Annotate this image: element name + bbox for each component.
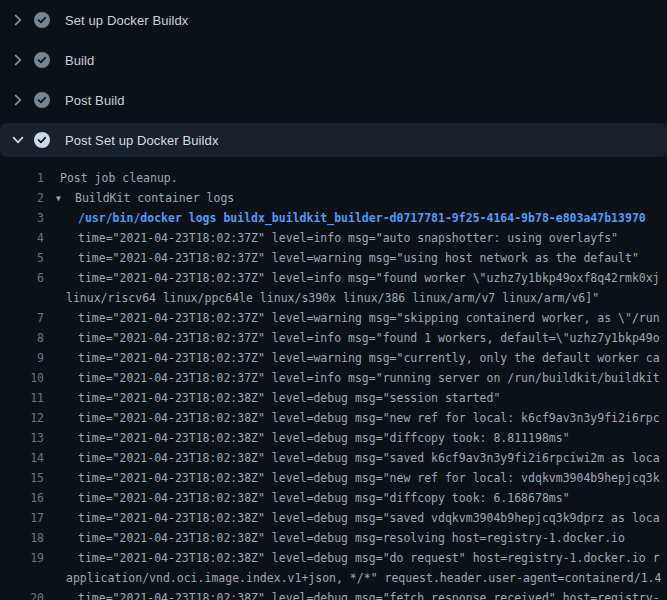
log-line: 14time="2021-04-23T18:02:38Z" level=debu… bbox=[0, 448, 667, 468]
log-line-text: time="2021-04-23T18:02:37Z" level=warnin… bbox=[78, 248, 639, 268]
log-line: 17time="2021-04-23T18:02:38Z" level=debu… bbox=[0, 508, 667, 528]
log-line: 10time="2021-04-23T18:02:37Z" level=info… bbox=[0, 368, 667, 388]
log-line: 15time="2021-04-23T18:02:38Z" level=debu… bbox=[0, 468, 667, 488]
log-line-text: time="2021-04-23T18:02:38Z" level=debug … bbox=[78, 408, 660, 428]
log-line: 16time="2021-04-23T18:02:38Z" level=debu… bbox=[0, 488, 667, 508]
log-line-number[interactable]: 20 bbox=[0, 588, 44, 600]
log-line-text: time="2021-04-23T18:02:37Z" level=warnin… bbox=[78, 348, 660, 368]
log-line-text: time="2021-04-23T18:02:38Z" level=debug … bbox=[78, 588, 660, 600]
log-line: 19time="2021-04-23T18:02:38Z" level=debu… bbox=[0, 548, 667, 568]
check-circle-icon bbox=[34, 12, 50, 28]
step-list: Set up Docker BuildxBuildPost BuildPost … bbox=[0, 0, 667, 157]
log-line-number[interactable]: 19 bbox=[0, 548, 44, 568]
log-line-number[interactable]: 5 bbox=[0, 248, 44, 268]
check-circle-icon bbox=[34, 52, 50, 68]
log-line-number[interactable]: 8 bbox=[0, 328, 44, 348]
log-line-text: time="2021-04-23T18:02:37Z" level=warnin… bbox=[78, 308, 660, 328]
log-line-number[interactable]: 14 bbox=[0, 448, 44, 468]
log-line: 3/usr/bin/docker logs buildx_buildkit_bu… bbox=[0, 208, 667, 228]
log-line: application/vnd.oci.image.index.v1+json,… bbox=[0, 568, 667, 588]
actions-log-viewer: Set up Docker BuildxBuildPost BuildPost … bbox=[0, 0, 667, 600]
log-line: 20time="2021-04-23T18:02:38Z" level=debu… bbox=[0, 588, 667, 600]
step-header-set-up-docker-buildx[interactable]: Set up Docker Buildx bbox=[0, 0, 667, 40]
step-title: Post Build bbox=[65, 93, 125, 108]
chevron-down-icon bbox=[10, 132, 26, 148]
log-line-text: time="2021-04-23T18:02:38Z" level=debug … bbox=[78, 468, 660, 488]
log-line-number[interactable]: 17 bbox=[0, 508, 44, 528]
log-line-number[interactable]: 1 bbox=[0, 168, 44, 188]
log-line: linux/riscv64 linux/ppc64le linux/s390x … bbox=[0, 288, 667, 308]
log-line-text: time="2021-04-23T18:02:37Z" level=info m… bbox=[78, 268, 660, 288]
log-line-text: time="2021-04-23T18:02:37Z" level=info m… bbox=[78, 228, 618, 248]
chevron-right-icon bbox=[10, 12, 26, 28]
step-header-post-build[interactable]: Post Build bbox=[0, 80, 667, 120]
log-line: 18time="2021-04-23T18:02:38Z" level=debu… bbox=[0, 528, 667, 548]
chevron-right-icon bbox=[10, 92, 26, 108]
log-line-text: time="2021-04-23T18:02:38Z" level=debug … bbox=[78, 508, 660, 528]
log-line-text: time="2021-04-23T18:02:38Z" level=debug … bbox=[78, 388, 500, 408]
log-line-number[interactable]: 3 bbox=[0, 208, 44, 228]
log-line-number bbox=[0, 568, 44, 588]
log-line-text: time="2021-04-23T18:02:37Z" level=info m… bbox=[78, 368, 660, 388]
log-group-toggle[interactable]: ▼BuildKit container logs bbox=[56, 188, 234, 208]
log-line: 12time="2021-04-23T18:02:38Z" level=debu… bbox=[0, 408, 667, 428]
log-line-number[interactable]: 15 bbox=[0, 468, 44, 488]
step-header-post-set-up-docker-buildx[interactable]: Post Set up Docker Buildx bbox=[0, 123, 667, 157]
log-line-text: time="2021-04-23T18:02:38Z" level=debug … bbox=[78, 488, 570, 508]
log-line: 6time="2021-04-23T18:02:37Z" level=info … bbox=[0, 268, 667, 288]
log-line: 9time="2021-04-23T18:02:37Z" level=warni… bbox=[0, 348, 667, 368]
log-line-text: time="2021-04-23T18:02:38Z" level=debug … bbox=[78, 548, 660, 568]
triangle-down-icon: ▼ bbox=[56, 189, 64, 208]
log-line: 11time="2021-04-23T18:02:38Z" level=debu… bbox=[0, 388, 667, 408]
check-circle-icon bbox=[34, 132, 50, 148]
log-line-number bbox=[0, 288, 44, 308]
step-header-build[interactable]: Build bbox=[0, 40, 667, 80]
log-line-number[interactable]: 13 bbox=[0, 428, 44, 448]
log-line-number[interactable]: 2 bbox=[0, 188, 44, 208]
log-command-text: /usr/bin/docker logs buildx_buildkit_bui… bbox=[78, 208, 646, 228]
log-line-number[interactable]: 16 bbox=[0, 488, 44, 508]
log-line: 7time="2021-04-23T18:02:37Z" level=warni… bbox=[0, 308, 667, 328]
log-line: 1Post job cleanup. bbox=[0, 168, 667, 188]
log-line-text: time="2021-04-23T18:02:37Z" level=info m… bbox=[78, 328, 660, 348]
step-title: Post Set up Docker Buildx bbox=[65, 133, 219, 148]
log-line-text: time="2021-04-23T18:02:38Z" level=debug … bbox=[78, 448, 660, 468]
step-title: Set up Docker Buildx bbox=[65, 13, 188, 28]
log-line: 5time="2021-04-23T18:02:37Z" level=warni… bbox=[0, 248, 667, 268]
log-line-number[interactable]: 11 bbox=[0, 388, 44, 408]
log-line-number[interactable]: 12 bbox=[0, 408, 44, 428]
log-line-number[interactable]: 9 bbox=[0, 348, 44, 368]
log-line-number[interactable]: 18 bbox=[0, 528, 44, 548]
check-circle-icon bbox=[34, 92, 50, 108]
log-line: 2▼BuildKit container logs bbox=[0, 188, 667, 208]
log-line-number[interactable]: 7 bbox=[0, 308, 44, 328]
log-line-number[interactable]: 4 bbox=[0, 228, 44, 248]
log-line-number[interactable]: 6 bbox=[0, 268, 44, 288]
log-group-label: BuildKit container logs bbox=[75, 191, 234, 205]
log-line-text: time="2021-04-23T18:02:38Z" level=debug … bbox=[78, 528, 625, 548]
log-line: 4time="2021-04-23T18:02:37Z" level=info … bbox=[0, 228, 667, 248]
log-output: 1Post job cleanup.2▼BuildKit container l… bbox=[0, 160, 667, 600]
step-title: Build bbox=[65, 53, 94, 68]
log-line-text: time="2021-04-23T18:02:38Z" level=debug … bbox=[78, 428, 570, 448]
log-line-text: application/vnd.oci.image.index.v1+json,… bbox=[66, 568, 661, 588]
log-line-text: Post job cleanup. bbox=[60, 168, 178, 188]
log-line-text: linux/riscv64 linux/ppc64le linux/s390x … bbox=[66, 288, 599, 308]
log-line: 13time="2021-04-23T18:02:38Z" level=debu… bbox=[0, 428, 667, 448]
log-line-number[interactable]: 10 bbox=[0, 368, 44, 388]
chevron-right-icon bbox=[10, 52, 26, 68]
log-line: 8time="2021-04-23T18:02:37Z" level=info … bbox=[0, 328, 667, 348]
